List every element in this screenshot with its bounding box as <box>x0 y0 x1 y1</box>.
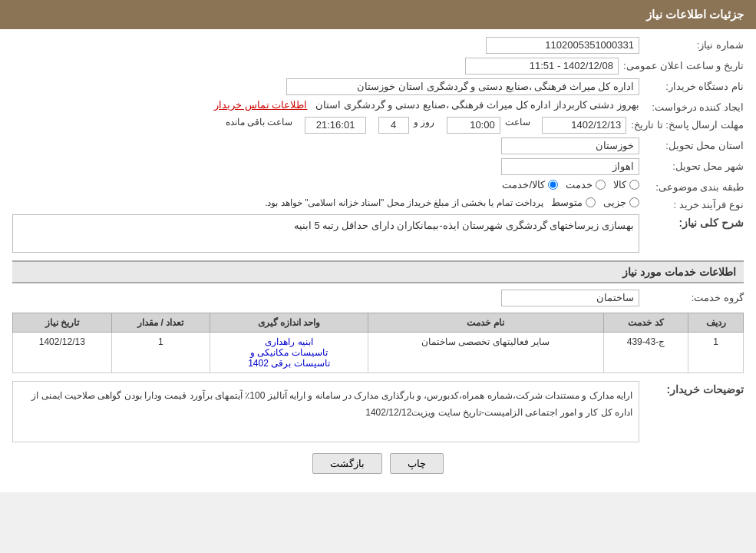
notes-row: توضیحات خریدار: ارایه مدارک و مستندات شر… <box>12 381 744 442</box>
col-header-row: ردیف <box>688 313 744 333</box>
need-number-value: 1102005351000331 <box>486 37 639 54</box>
back-button[interactable]: بازگشت <box>312 453 382 474</box>
province-value: خوزستان <box>501 137 639 154</box>
buyer-org-value: اداره کل میراث فرهنگی ،صنایع دستی و گردش… <box>286 78 639 95</box>
services-table: ردیف کد خدمت نام خدمت واحد اندازه گیری ت… <box>12 313 744 373</box>
deadline-time: 10:00 <box>447 117 500 134</box>
category-option-3[interactable]: کالا/خدمت <box>502 179 558 190</box>
need-desc-container: بهسازی زیرساختهای گردشگری شهرستان ایذه-ب… <box>12 214 639 253</box>
days-label: روز و <box>414 117 434 127</box>
table-header-row: ردیف کد خدمت نام خدمت واحد اندازه گیری ت… <box>13 313 744 333</box>
category-radio-group: کالا خدمت کالا/خدمت <box>502 179 639 190</box>
creator-label: ایجاد کننده درخواست: <box>644 99 744 113</box>
cell-code: ج-43-439 <box>603 333 688 373</box>
province-row: استان محل تحویل: خوزستان <box>12 137 744 154</box>
print-button[interactable]: چاپ <box>390 453 444 474</box>
buyer-org-label: نام دستگاه خریدار: <box>644 78 744 92</box>
process-option-1[interactable]: جزیی <box>603 197 639 208</box>
col-header-unit: واحد اندازه گیری <box>210 313 368 333</box>
city-value: اهواز <box>501 158 639 175</box>
need-number-label: شماره نیاز: <box>644 37 744 51</box>
cell-quantity: 1 <box>111 333 210 373</box>
page-header: جزئیات اطلاعات نیاز <box>0 0 756 29</box>
service-group-label: گروه خدمت: <box>644 290 744 303</box>
notes-value: ارایه مدارک و مستندات شرکت،شماره همراه،ک… <box>12 381 639 442</box>
button-row: چاپ بازگشت <box>12 453 744 474</box>
time-label: ساعت <box>505 117 530 127</box>
need-desc-label: شرح کلی نیاز: <box>644 214 744 229</box>
service-group-value: ساختمان <box>501 290 639 306</box>
deadline-date: 1402/12/13 <box>542 117 626 134</box>
category-label: طبقه بندی موضوعی: <box>644 179 744 193</box>
category-option-2[interactable]: خدمت <box>566 179 606 190</box>
creator-value: بهروز دشتی کاربرداز اداره کل میراث فرهنگ… <box>315 99 639 111</box>
service-group-row: گروه خدمت: ساختمان <box>12 290 744 306</box>
deadline-label: مهلت ارسال پاسخ: تا تاریخ: <box>631 117 744 131</box>
creator-row: ایجاد کننده درخواست: بهروز دشتی کاربرداز… <box>12 99 744 113</box>
col-header-name: نام خدمت <box>368 313 603 333</box>
page-container: جزئیات اطلاعات نیاز شماره نیاز: 11020053… <box>0 0 756 492</box>
deadline-days: 4 <box>378 117 409 134</box>
process-section: جزیی متوسط پرداخت تمام یا بخشی از مبلغ خ… <box>265 197 639 208</box>
contact-link[interactable]: اطلاعات تماس خریدار <box>214 99 307 111</box>
deadline-row: مهلت ارسال پاسخ: تا تاریخ: 1402/12/13 سا… <box>12 117 744 134</box>
cell-row-num: 1 <box>688 333 744 373</box>
need-desc-value: بهسازی زیرساختهای گردشگری شهرستان ایذه-ب… <box>12 214 639 253</box>
cell-name: سایر فعالیتهای تخصصی ساختمان <box>368 333 603 373</box>
city-label: شهر محل تحویل: <box>644 158 744 172</box>
col-header-date: تاریخ نیاز <box>13 313 112 333</box>
buyer-org-row: نام دستگاه خریدار: اداره کل میراث فرهنگی… <box>12 78 744 95</box>
cell-date: 1402/12/13 <box>13 333 112 373</box>
deadline-remaining: 21:16:01 <box>305 117 366 134</box>
process-row: نوع فرآیند خرید : جزیی متوسط پرداخت تمام… <box>12 197 744 210</box>
page-title: جزئیات اطلاعات نیاز <box>646 8 744 21</box>
process-option-2[interactable]: متوسط <box>551 197 596 208</box>
notes-container: ارایه مدارک و مستندات شرکت،شماره همراه،ک… <box>12 381 639 442</box>
service-info-header: اطلاعات خدمات مورد نیاز <box>12 260 744 283</box>
notes-label: توضیحات خریدار: <box>644 381 744 396</box>
province-label: استان محل تحویل: <box>644 137 744 151</box>
city-row: شهر محل تحویل: اهواز <box>12 158 744 175</box>
announce-date-value: 1402/12/08 - 11:51 <box>465 58 619 75</box>
category-option-1[interactable]: کالا <box>613 179 639 190</box>
col-header-qty: تعداد / مقدار <box>111 313 210 333</box>
cell-unit: ابنیه راهداریتاسیسات مکانیکی وتاسیسات بر… <box>210 333 368 373</box>
category-row: طبقه بندی موضوعی: کالا خدمت کالا/خدمت <box>12 179 744 193</box>
need-desc-row: شرح کلی نیاز: بهسازی زیرساختهای گردشگری … <box>12 214 744 253</box>
table-row: 1 ج-43-439 سایر فعالیتهای تخصصی ساختمان … <box>13 333 744 373</box>
need-number-row: شماره نیاز: 1102005351000331 <box>12 37 744 54</box>
remaining-label: ساعت باقی مانده <box>226 117 293 127</box>
cell-unit-text: ابنیه راهداریتاسیسات مکانیکی وتاسیسات بر… <box>248 336 329 369</box>
col-header-code: کد خدمت <box>603 313 688 333</box>
process-note: پرداخت تمام یا بخشی از مبلغ خریداز محل "… <box>265 197 543 208</box>
content-area: شماره نیاز: 1102005351000331 تاریخ و ساع… <box>0 29 756 492</box>
creator-section: بهروز دشتی کاربرداز اداره کل میراث فرهنگ… <box>12 99 639 111</box>
process-label: نوع فرآیند خرید : <box>644 197 744 210</box>
announce-date-label: تاریخ و ساعت اعلان عمومی: <box>623 58 744 71</box>
announce-date-row: تاریخ و ساعت اعلان عمومی: 1402/12/08 - 1… <box>12 58 744 75</box>
